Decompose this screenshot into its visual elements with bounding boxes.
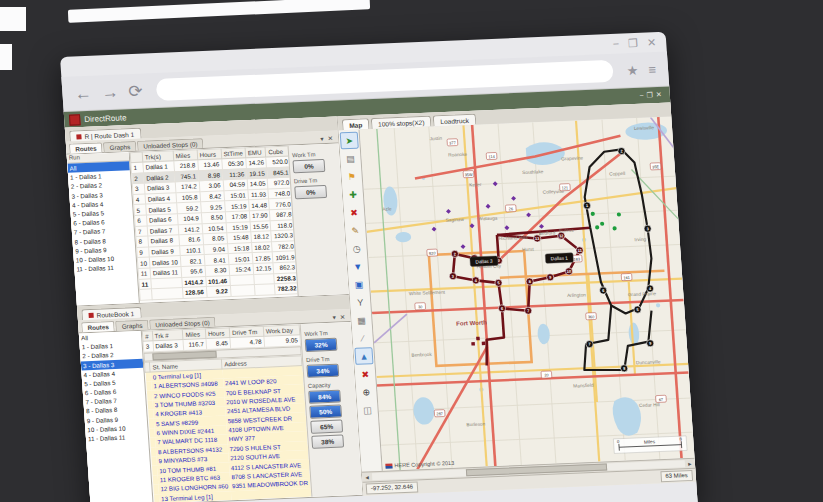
lasso-icon[interactable]: ⚑ <box>342 168 361 186</box>
menu-icon[interactable]: ≡ <box>648 62 657 77</box>
gauge-label: Work Tm <box>292 151 336 159</box>
svg-text:161: 161 <box>623 275 630 280</box>
grid-icon[interactable]: ◫ <box>358 401 377 419</box>
column-header[interactable] <box>130 152 143 162</box>
routebook-panel: RouteBook 1 Routes Graphs Unloaded Stops… <box>77 295 362 502</box>
gauge-badge: 50% <box>309 404 342 418</box>
city-label: Lewisville <box>634 125 655 131</box>
gauge-badge: 32% <box>305 338 338 352</box>
svg-text:820: 820 <box>429 251 436 256</box>
left-column: R | Route Dash 1 Routes Graphs Unloaded … <box>65 116 364 502</box>
gauge-badge: 65% <box>310 419 343 433</box>
time-icon[interactable]: ◷ <box>347 239 366 257</box>
svg-text:Dallas 1: Dallas 1 <box>551 256 569 262</box>
browser-minimize-button[interactable]: − <box>612 38 619 49</box>
map-canvas[interactable]: 012345678910111213 123456789 JustinRoano… <box>360 116 695 470</box>
gauge-label: Drive Tm <box>306 355 350 363</box>
city-label: Irving <box>634 237 646 242</box>
territory-icon[interactable]: ▣ <box>349 275 368 293</box>
svg-text:121: 121 <box>562 185 569 190</box>
tab-graphs-b[interactable]: Graphs <box>115 319 148 330</box>
coordinates-readout: -97.252, 32.646 <box>366 481 419 494</box>
svg-text:26: 26 <box>508 206 513 211</box>
routebook-tab-icon <box>88 313 93 318</box>
panel-close-icon[interactable]: ✕ <box>327 135 333 143</box>
layers-icon[interactable]: ▤ <box>341 150 360 168</box>
panel-collapse-icon[interactable]: ▾ <box>332 314 336 322</box>
gauge-label: Capacity <box>308 381 352 389</box>
route-list-b: All1 - Dallas 12 - Dallas 23 - Dallas 34… <box>79 331 154 502</box>
map-image: 012345678910111213 123456789 JustinRoano… <box>360 116 695 470</box>
tab-graphs-a[interactable]: Graphs <box>103 141 136 152</box>
route-list-item[interactable]: 11 - Dallas 11 <box>86 432 149 444</box>
reload-icon[interactable]: ⟳ <box>128 82 143 100</box>
gauge-badge: 84% <box>308 389 341 403</box>
svg-text:183: 183 <box>573 256 580 261</box>
tab-routes-b[interactable]: Routes <box>81 321 115 332</box>
browser-window: − ❐ ✕ ← → ⟳ ★ ≡ DirectRoute −❐✕ R | Rout… <box>60 32 698 502</box>
map-scale: 0 Miles 8 <box>613 436 687 454</box>
city-label: Southlake <box>522 169 544 175</box>
city-label: Duncanville <box>636 359 661 365</box>
background-window-edge <box>68 0 370 23</box>
distance-readout: 63 Miles <box>660 470 693 482</box>
city-label: Burleson <box>466 421 485 427</box>
route-dash-panel: R | Route Dash 1 Routes Graphs Unloaded … <box>65 116 349 306</box>
close-route-icon[interactable]: ✖ <box>356 365 375 383</box>
svg-text:20: 20 <box>544 372 549 377</box>
tab-routes-a[interactable]: Routes <box>69 142 103 153</box>
city-label: Arlington <box>567 292 586 298</box>
scroll-right-icon[interactable]: ► <box>685 460 695 466</box>
svg-text:377: 377 <box>449 140 456 145</box>
routebook-detail: #Trk #MilesHoursDrive TmWork Day3Dallas … <box>142 324 312 502</box>
city-label: Bedford <box>538 230 555 236</box>
browser-close-button[interactable]: ✕ <box>647 37 657 48</box>
mini-map-icon[interactable]: ▦ <box>352 311 371 329</box>
app-logo-icon <box>69 114 81 125</box>
zoom-icon[interactable]: ⊕ <box>357 383 376 401</box>
svg-text:287: 287 <box>436 411 443 416</box>
city-label: Roanoke <box>448 152 468 158</box>
svg-text:Dallas 3: Dallas 3 <box>475 259 493 265</box>
background-window-sliver <box>0 44 12 70</box>
scroll-left-icon[interactable]: ◄ <box>362 474 372 480</box>
city-label: Watauga <box>478 216 498 222</box>
panel-close-icon[interactable]: ✕ <box>340 313 346 321</box>
svg-text:Miles: Miles <box>644 439 656 444</box>
provider-flag-icon <box>385 463 392 468</box>
city-label: Azle <box>382 206 392 211</box>
back-icon[interactable]: ← <box>74 84 92 102</box>
background-window-corner <box>0 7 26 31</box>
app-window-controls[interactable]: −❐✕ <box>639 91 665 100</box>
city-label: Hurst <box>522 247 534 252</box>
bookmark-star-icon[interactable]: ★ <box>626 62 639 77</box>
svg-text:35W: 35W <box>464 172 473 177</box>
delete-stop-icon[interactable]: ✖ <box>345 203 364 221</box>
svg-text:30: 30 <box>418 304 423 309</box>
add-stop-icon[interactable]: ✚ <box>343 185 362 203</box>
route-list-item[interactable]: 11 - Dallas 11 <box>74 262 137 274</box>
route-dash-tab-icon <box>76 134 81 139</box>
gauge-badge: 0% <box>294 185 327 199</box>
svg-text:35E: 35E <box>652 164 660 169</box>
gauge-label: Drive Tm <box>294 176 338 184</box>
city-label: Euless <box>559 228 574 234</box>
route-list-a: Run All1 - Dallas 12 - Dallas 23 - Dalla… <box>67 152 140 305</box>
gauge-badge: 34% <box>306 364 339 378</box>
gauge-badge: 38% <box>311 434 344 448</box>
svg-text:67: 67 <box>659 397 664 402</box>
recolor-icon[interactable]: ✎ <box>346 221 365 239</box>
map-panel: Map 100% stops(X2) Loadtruck ➤▤⚑✚✖✎◷▼▣Y▦… <box>338 102 697 495</box>
measure-icon[interactable]: ∕ <box>353 329 372 347</box>
move-stop-icon[interactable]: ▼ <box>348 257 367 275</box>
panel-collapse-icon[interactable]: ▾ <box>320 135 324 143</box>
gauge-badge: 0% <box>292 159 325 173</box>
branch-icon[interactable]: Y <box>351 293 370 311</box>
select-tool-icon[interactable]: ➤ <box>340 132 359 150</box>
terrain-icon[interactable]: ▲ <box>354 347 373 365</box>
city-label: Cedar Hill <box>639 402 660 408</box>
forward-icon[interactable]: → <box>101 83 119 101</box>
browser-maximize-button[interactable]: ❐ <box>628 37 639 48</box>
city-label: Keller <box>469 182 482 187</box>
gauge-label: Work Tm <box>304 329 348 337</box>
